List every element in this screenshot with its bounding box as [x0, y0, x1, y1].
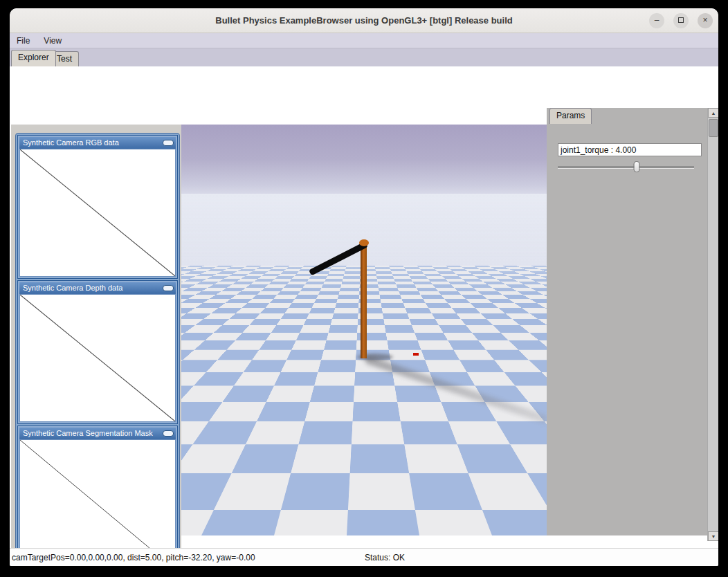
maximize-icon — [678, 17, 684, 23]
scrollbar-thumb[interactable] — [709, 119, 718, 137]
camera-window-depth-view — [19, 294, 176, 422]
camera-window-segmentation-title: Synthetic Camera Segmentation Mask — [23, 429, 153, 437]
camera-window-depth-titlebar[interactable]: Synthetic Camera Depth data — [19, 282, 176, 294]
tab-params[interactable]: Params — [549, 108, 592, 124]
client-area: Synthetic Camera RGB data Synthetic Came… — [10, 66, 718, 548]
close-icon: × — [702, 15, 707, 25]
camera-window-segmentation-view — [19, 439, 176, 566]
menubar: File View — [10, 33, 718, 48]
diagonal-line-graphic — [20, 295, 175, 421]
maximize-button[interactable] — [673, 13, 689, 28]
diagonal-line-graphic — [20, 440, 175, 566]
joint1-torque-field[interactable] — [558, 143, 702, 156]
camera-window-segmentation-titlebar[interactable]: Synthetic Camera Segmentation Mask — [19, 428, 176, 439]
pendulum-pole — [361, 244, 367, 358]
app-window: Bullet Physics ExampleBrowser using Open… — [10, 8, 718, 566]
camera-panel: Synthetic Camera RGB data Synthetic Came… — [11, 125, 181, 566]
camera-window-stack: Synthetic Camera RGB data Synthetic Came… — [15, 133, 180, 566]
status-bar: camTargetPos=0.00,0.00,0.00, dist=5.00, … — [10, 548, 718, 566]
minimize-button[interactable]: – — [649, 13, 664, 28]
menu-file[interactable]: File — [10, 33, 37, 48]
params-scrollbar[interactable]: ▲ ▼ — [707, 108, 718, 541]
sky — [181, 125, 547, 201]
red-axis-marker — [413, 353, 419, 356]
scrollbar-down-button[interactable]: ▼ — [708, 531, 718, 541]
3d-viewport[interactable] — [181, 125, 547, 535]
window-controls: – × — [649, 13, 713, 28]
camera-window-rgb: Synthetic Camera RGB data — [17, 135, 178, 279]
camera-status-text: camTargetPos=0.00,0.00,0.00, dist=5.00, … — [12, 553, 255, 562]
torque-slider-thumb[interactable] — [634, 161, 640, 172]
torque-slider[interactable] — [558, 161, 694, 173]
window-title: Bullet Physics ExampleBrowser using Open… — [10, 8, 718, 33]
pendulum-joint — [359, 239, 369, 246]
tab-strip: Explorer Test — [10, 48, 718, 66]
camera-window-rgb-titlebar[interactable]: Synthetic Camera RGB data — [19, 137, 176, 149]
camera-window-depth-title: Synthetic Camera Depth data — [23, 284, 122, 292]
torque-slider-track[interactable] — [558, 166, 694, 168]
camera-window-depth: Synthetic Camera Depth data — [17, 280, 178, 424]
close-button[interactable]: × — [698, 13, 713, 28]
diagonal-line-graphic — [20, 149, 175, 276]
desktop-background: Bullet Physics ExampleBrowser using Open… — [0, 0, 728, 577]
camera-window-rgb-title: Synthetic Camera RGB data — [23, 138, 119, 147]
camera-window-segmentation: Synthetic Camera Segmentation Mask — [17, 425, 178, 566]
params-panel: Params — [547, 108, 707, 535]
camera-window-rgb-view — [19, 149, 176, 277]
camera-window-segmentation-minimize-button[interactable] — [163, 430, 174, 437]
scrollbar-up-button[interactable]: ▲ — [708, 108, 718, 118]
minimize-icon: – — [655, 15, 659, 25]
status-ok-text: Status: OK — [365, 553, 405, 562]
titlebar[interactable]: Bullet Physics ExampleBrowser using Open… — [10, 8, 718, 33]
menu-view[interactable]: View — [37, 33, 69, 48]
camera-window-depth-minimize-button[interactable] — [163, 285, 174, 291]
camera-window-rgb-minimize-button[interactable] — [163, 140, 174, 146]
tab-explorer[interactable]: Explorer — [11, 50, 56, 66]
